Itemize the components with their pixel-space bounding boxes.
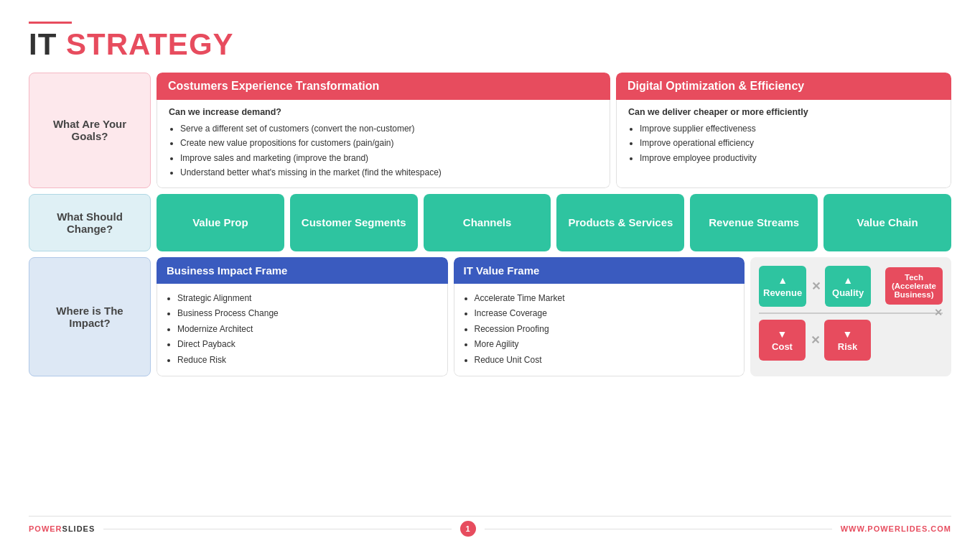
it-value-list: Accelerate Time Market Increase Coverage… — [465, 291, 734, 369]
page-number: 1 — [460, 521, 476, 537]
value-prop-box: Value Prop — [157, 194, 284, 251]
digital-optimization-header: Digital Optimization & Efficiency — [616, 73, 951, 100]
title-strategy: STRATEGY — [57, 27, 233, 61]
list-item: Improve operational efficiency — [640, 136, 939, 150]
list-item: Reduce Unit Cost — [475, 353, 734, 369]
customer-segments-box: Customer Segments — [290, 194, 418, 251]
change-boxes: Value Prop Customer Segments Channels Pr… — [157, 194, 951, 251]
page: IT STRATEGY What Are Your Goals? Costume… — [0, 0, 980, 551]
business-impact-list: Strategic Alignment Business Process Cha… — [167, 291, 437, 369]
business-impact-body: Strategic Alignment Business Process Cha… — [157, 284, 448, 376]
list-item: Recession Proofing — [475, 322, 734, 338]
down-arrow-icon2: ▼ — [843, 328, 853, 340]
value-chain-box: Value Chain — [823, 194, 951, 251]
quadrant-box: ▲ Revenue ✕ ▲ Quality Tech (Accelerate B… — [750, 257, 951, 376]
header-section: IT STRATEGY — [29, 22, 951, 60]
list-item: Create new value propositions for custom… — [180, 136, 598, 150]
footer-line-left — [103, 529, 451, 529]
list-item: Modernize Architect — [177, 322, 437, 338]
risk-button: ▼ Risk — [824, 320, 871, 361]
digital-optimization-list: Improve supplier effectiveness Improve o… — [628, 121, 939, 165]
quality-button: ▲ Quality — [825, 266, 871, 307]
digital-optimization-question: Can we deliver cheaper or more efficient… — [628, 107, 939, 117]
goals-content: Costumers Experience Transformation Can … — [157, 73, 951, 188]
change-label: What Should Change? — [29, 194, 151, 251]
it-value-body: Accelerate Time Market Increase Coverage… — [454, 284, 745, 376]
down-arrow-icon: ▼ — [778, 328, 788, 340]
list-item: Business Process Change — [177, 306, 437, 322]
list-item: Improve supplier effectiveness — [640, 121, 939, 136]
it-value-card: IT Value Frame Accelerate Time Market In… — [454, 257, 745, 376]
quad-divider: ✕ — [759, 312, 943, 314]
channels-box: Channels — [424, 194, 551, 251]
impact-content: Business Impact Frame Strategic Alignmen… — [157, 257, 951, 376]
business-impact-card: Business Impact Frame Strategic Alignmen… — [157, 257, 448, 376]
quad-bottom-row: ▼ Cost ✕ ▼ Risk — [759, 320, 943, 361]
brand-bold: POWER — [29, 524, 62, 533]
header-accent-line — [29, 22, 72, 24]
list-item: Improve sales and marketing (improve the… — [180, 151, 598, 165]
list-item: Serve a different set of customers (conv… — [180, 121, 598, 136]
change-row: What Should Change? Value Prop Customer … — [29, 194, 951, 251]
page-title: IT STRATEGY — [29, 29, 951, 60]
cost-button: ▼ Cost — [759, 320, 806, 361]
digital-optimization-body: Can we deliver cheaper or more efficient… — [616, 100, 951, 188]
customer-experience-list: Serve a different set of customers (conv… — [169, 121, 598, 180]
impact-label: Where is The Impact? — [29, 257, 151, 376]
it-value-header: IT Value Frame — [454, 257, 745, 284]
up-arrow-icon2: ▲ — [843, 274, 853, 286]
revenue-button: ▲ Revenue — [759, 266, 806, 307]
website-url: WWW.POWERLIDES.COM — [841, 524, 951, 533]
business-impact-header: Business Impact Frame — [157, 257, 448, 284]
customer-experience-body: Can we increase demand? Serve a differen… — [157, 100, 610, 188]
up-arrow-icon: ▲ — [778, 274, 788, 286]
list-item: Strategic Alignment — [177, 291, 437, 307]
revenue-streams-box: Revenue Streams — [690, 194, 818, 251]
quad-x3: ✕ — [810, 333, 820, 347]
customer-experience-header: Costumers Experience Transformation — [157, 73, 610, 100]
list-item: Direct Payback — [177, 337, 437, 353]
goals-label: What Are Your Goals? — [29, 73, 151, 188]
brand-light: SLIDES — [62, 524, 95, 533]
quad-x1: ✕ — [811, 279, 821, 293]
list-item: Reduce Risk — [177, 353, 437, 369]
list-item: Understand better what's missing in the … — [180, 165, 598, 180]
list-item: Improve employee productivity — [640, 151, 939, 165]
digital-optimization-card: Digital Optimization & Efficiency Can we… — [616, 73, 951, 188]
list-item: Increase Coverage — [475, 306, 734, 322]
main-grid: What Are Your Goals? Costumers Experienc… — [29, 73, 951, 510]
footer: POWERSLIDES 1 WWW.POWERLIDES.COM — [29, 516, 951, 537]
tech-button: Tech (Accelerate Business) — [885, 267, 943, 305]
quad-top-row: ▲ Revenue ✕ ▲ Quality Tech (Accelerate B… — [759, 266, 943, 307]
goals-row: What Are Your Goals? Costumers Experienc… — [29, 73, 951, 188]
list-item: Accelerate Time Market — [475, 291, 734, 307]
brand-name: POWERSLIDES — [29, 524, 95, 533]
customer-experience-card: Costumers Experience Transformation Can … — [157, 73, 610, 188]
products-services-box: Products & Services — [556, 194, 684, 251]
footer-line-right — [485, 529, 832, 529]
customer-experience-question: Can we increase demand? — [169, 107, 598, 117]
impact-row: Where is The Impact? Business Impact Fra… — [29, 257, 951, 376]
title-it: IT — [29, 27, 57, 61]
list-item: More Agility — [475, 337, 734, 353]
quad-x2: ✕ — [934, 307, 943, 318]
